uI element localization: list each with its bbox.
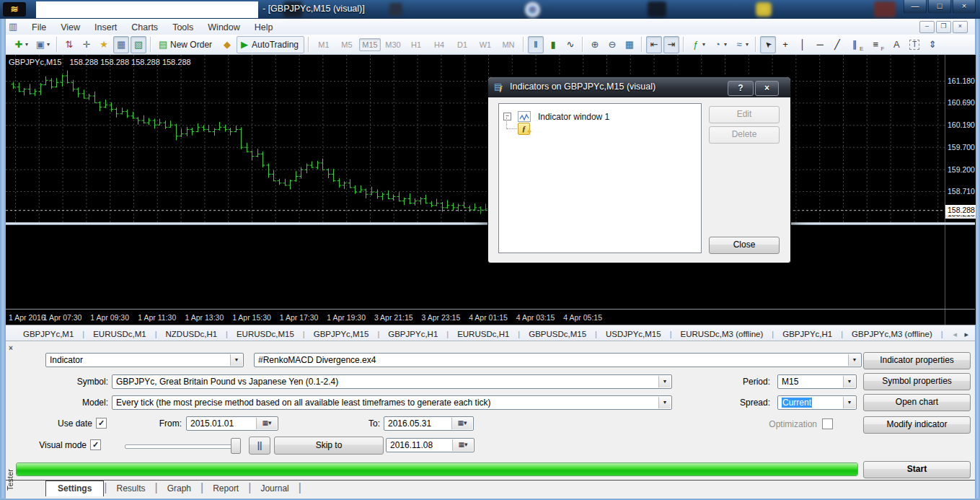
skip-to-button[interactable]: Skip to — [274, 437, 384, 455]
chart-tab[interactable]: GBPJPYc,M15 — [305, 327, 378, 342]
calendar-icon[interactable]: ▦▾ — [256, 418, 277, 429]
chart-tab[interactable]: EURUSDc,M3 (offline) — [672, 327, 772, 342]
bar-chart-button[interactable]: ‖ — [528, 36, 544, 53]
combo-arrow-icon[interactable]: ▼ — [230, 354, 242, 366]
symbol-combobox[interactable]: GBPJPYc, Great Britain Pound vs Japanese… — [112, 374, 672, 389]
vertical-line-button[interactable]: │ — [795, 36, 811, 53]
combo-arrow-icon[interactable]: ▼ — [658, 376, 671, 387]
tester-expert-combobox[interactable]: #RenkoMACD Divergence.ex4 ▼ — [254, 353, 862, 367]
tile-windows-button[interactable]: ▦ — [622, 36, 637, 53]
tabs-scroll-right-icon[interactable]: ▸ — [962, 330, 971, 338]
tester-type-combobox[interactable]: Indicator ▼ — [45, 353, 244, 367]
combo-arrow-icon[interactable]: ▼ — [843, 376, 855, 387]
dialog-help-button[interactable]: ? — [728, 81, 754, 96]
combo-arrow-icon[interactable]: ▼ — [658, 397, 671, 408]
tester-tab-settings[interactable]: Settings — [45, 481, 104, 496]
terminal-button[interactable]: ▦ — [113, 36, 129, 53]
autotrading-button[interactable]: ▶AutoTrading — [237, 36, 304, 53]
optimization-checkbox[interactable] — [822, 418, 833, 429]
menu-insert[interactable]: Insert — [87, 19, 124, 35]
close-button[interactable]: × — [953, 0, 976, 14]
from-date-field[interactable]: 2015.01.01 ▦▾ — [186, 416, 278, 431]
menu-file[interactable]: File — [25, 19, 53, 35]
combo-arrow-icon[interactable]: ▼ — [843, 397, 855, 408]
zoom-out-button[interactable]: ⊖ — [604, 36, 620, 53]
delete-indicator-button[interactable]: Delete — [709, 126, 780, 144]
tree-node-label[interactable]: Indicator window 1 — [538, 112, 609, 122]
pause-button[interactable]: || — [249, 437, 270, 455]
periods-dropdown-icon[interactable]: ▾ — [723, 41, 727, 48]
minimize-button[interactable]: — — [904, 0, 927, 14]
timeframe-h4-button[interactable]: H4 — [428, 38, 450, 51]
equidistant-channel-button[interactable]: ∥E — [847, 36, 866, 53]
new-chart-dropdown-icon[interactable]: ▾ — [24, 41, 28, 48]
indicators-list-button[interactable]: ƒ▾ — [688, 36, 708, 53]
dialog-titlebar[interactable]: ▤ƒ Indicators on GBPJPYc,M15 (visual) ? … — [488, 77, 790, 97]
chart-tab[interactable]: EURUSDc,H1 — [449, 327, 518, 342]
start-button[interactable]: Start — [863, 461, 971, 478]
toolbar-overflow-button[interactable]: ⇕ — [924, 36, 940, 53]
timeframe-h1-button[interactable]: H1 — [405, 38, 427, 51]
tree-row-indicator-window[interactable]: − Indicator window 1 — [503, 110, 609, 123]
open-chart-button[interactable]: Open chart — [863, 394, 971, 411]
menu-tools[interactable]: Tools — [165, 19, 200, 35]
market-watch-button[interactable]: ⇅ — [61, 36, 77, 53]
chart-tab[interactable]: GBPUSDc,M15 — [520, 327, 595, 342]
chart-tab[interactable]: NZDUSDc,H1 — [157, 327, 226, 342]
to-date-field[interactable]: 2016.05.31 ▦▾ — [384, 416, 474, 431]
tabs-scroll-left-icon[interactable]: ◂ — [950, 330, 959, 338]
periods-button[interactable]: ◔▾ — [710, 36, 730, 53]
trendline-button[interactable]: ╱ — [829, 36, 845, 53]
mdi-restore-button[interactable]: ❐ — [936, 21, 951, 33]
candlestick-chart-button[interactable]: ▮ — [545, 36, 561, 53]
use-date-checkbox[interactable]: ✓ — [96, 418, 107, 429]
auto-scroll-button[interactable]: ⇤ — [646, 36, 662, 53]
chart-tab[interactable]: USDJPYc,M15 — [597, 327, 670, 342]
data-window-button[interactable]: ✛ — [79, 36, 94, 53]
visual-speed-slider-handle[interactable] — [231, 438, 241, 454]
tester-tab-report[interactable]: Report — [203, 481, 248, 496]
templates-button[interactable]: ≈▾ — [731, 36, 751, 53]
text-label-button[interactable]: T — [906, 36, 923, 53]
tree-expander-icon[interactable]: − — [503, 113, 511, 120]
indicators-tree-list[interactable]: − Indicator window 1 ƒ◆ — [498, 103, 702, 253]
mdi-minimize-button[interactable]: – — [919, 21, 935, 33]
calendar-icon[interactable]: ▦▾ — [452, 439, 473, 451]
maximize-button[interactable]: □ — [928, 0, 951, 14]
chart-tab[interactable]: EURUSDc,M15 — [228, 327, 303, 342]
indicator-properties-button[interactable]: Indicator properties — [863, 352, 971, 369]
tester-tab-results[interactable]: Results — [107, 481, 155, 496]
period-combobox[interactable]: M15 ▼ — [777, 374, 857, 389]
model-combobox[interactable]: Every tick (the most precise method base… — [112, 395, 672, 410]
chart-tab[interactable]: GBPJPYc,H1 — [379, 327, 446, 342]
menu-window[interactable]: Window — [200, 19, 247, 35]
crosshair-button[interactable]: + — [777, 36, 793, 53]
chart-tab[interactable]: GBPJPYc,H1 — [774, 327, 841, 342]
text-button[interactable]: A — [888, 36, 904, 53]
modify-indicator-button[interactable]: Modify indicator — [863, 416, 971, 434]
tester-tab-graph[interactable]: Graph — [158, 481, 200, 496]
new-chart-button[interactable]: ✚▾ — [11, 36, 31, 53]
timeframe-m30-button[interactable]: M30 — [382, 38, 404, 51]
chart-tab[interactable]: GBPJPYc,M3 (offline) — [843, 327, 941, 342]
timeframe-mn-button[interactable]: MN — [498, 38, 519, 51]
fibonacci-button[interactable]: ≡F — [868, 36, 887, 53]
horizontal-line-button[interactable]: ─ — [812, 36, 828, 53]
cursor-button[interactable]: ➤ — [760, 36, 776, 53]
menu-help[interactable]: Help — [247, 19, 281, 35]
timeframe-m15-button[interactable]: M15 — [359, 38, 381, 51]
indicators-list-dropdown-icon[interactable]: ▾ — [701, 41, 705, 48]
menu-charts[interactable]: Charts — [124, 19, 165, 35]
skip-to-date-field[interactable]: 2016.11.08 ▦▾ — [386, 438, 474, 452]
dialog-close-icon[interactable]: × — [755, 81, 779, 96]
tester-panel-vertical-label[interactable]: Tester — [6, 460, 17, 499]
chart-profiles-dropdown-icon[interactable]: ▾ — [45, 41, 50, 48]
chart-tab[interactable]: EURUSDc,M1 — [84, 327, 154, 342]
timeframe-m1-button[interactable]: M1 — [313, 38, 335, 51]
timeframe-m5-button[interactable]: M5 — [336, 38, 358, 51]
chart-tab[interactable]: GBPJPYc,M1 — [14, 327, 82, 342]
tester-tab-journal[interactable]: Journal — [251, 481, 298, 496]
expert-advisors-button[interactable]: ◆ — [219, 36, 235, 53]
zoom-in-button[interactable]: ⊕ — [587, 36, 603, 53]
menu-view[interactable]: View — [53, 19, 87, 35]
